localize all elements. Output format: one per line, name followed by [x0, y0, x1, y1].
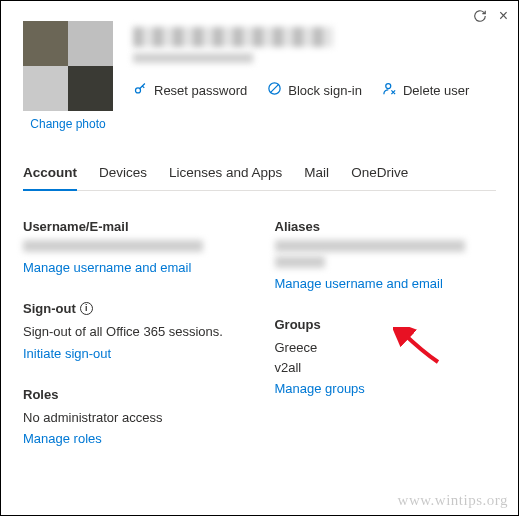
block-signin-button[interactable]: Block sign-in	[267, 81, 362, 99]
block-signin-label: Block sign-in	[288, 83, 362, 98]
manage-aliases-link[interactable]: Manage username and email	[275, 276, 443, 291]
delete-user-label: Delete user	[403, 83, 469, 98]
user-display-name	[133, 27, 333, 47]
manage-groups-link[interactable]: Manage groups	[275, 381, 365, 396]
close-icon[interactable]: ×	[499, 9, 508, 26]
tab-mail[interactable]: Mail	[304, 165, 329, 190]
svg-point-3	[386, 84, 391, 89]
alias-value-2	[275, 256, 325, 268]
signout-body: Sign-out of all Office 365 sessions.	[23, 322, 245, 342]
signout-title: Sign-out i	[23, 301, 245, 316]
groups-title: Groups	[275, 317, 497, 332]
svg-line-2	[270, 84, 279, 93]
group-item-1: Greece	[275, 338, 497, 358]
aliases-title: Aliases	[275, 219, 497, 234]
reset-password-button[interactable]: Reset password	[133, 81, 247, 99]
block-icon	[267, 81, 282, 99]
delete-user-button[interactable]: Delete user	[382, 81, 469, 99]
info-icon[interactable]: i	[80, 302, 93, 315]
avatar	[23, 21, 113, 111]
key-icon	[133, 81, 148, 99]
manage-username-link[interactable]: Manage username and email	[23, 260, 191, 275]
change-photo-link[interactable]: Change photo	[30, 117, 105, 131]
roles-body: No administrator access	[23, 408, 245, 428]
tab-licenses[interactable]: Licenses and Apps	[169, 165, 282, 190]
initiate-signout-link[interactable]: Initiate sign-out	[23, 346, 111, 361]
group-item-2: v2all	[275, 358, 497, 378]
tab-devices[interactable]: Devices	[99, 165, 147, 190]
tab-account[interactable]: Account	[23, 165, 77, 190]
delete-user-icon	[382, 81, 397, 99]
reset-password-label: Reset password	[154, 83, 247, 98]
roles-title: Roles	[23, 387, 245, 402]
user-subtitle	[133, 53, 253, 63]
username-value	[23, 240, 203, 252]
tabs: Account Devices Licenses and Apps Mail O…	[23, 165, 496, 191]
watermark: www.wintips.org	[398, 492, 508, 509]
alias-value-1	[275, 240, 465, 252]
username-title: Username/E-mail	[23, 219, 245, 234]
manage-roles-link[interactable]: Manage roles	[23, 431, 102, 446]
refresh-icon[interactable]	[473, 9, 487, 26]
tab-onedrive[interactable]: OneDrive	[351, 165, 408, 190]
